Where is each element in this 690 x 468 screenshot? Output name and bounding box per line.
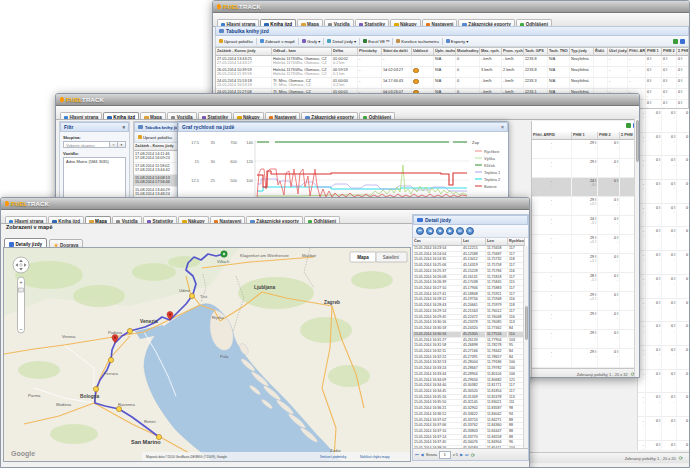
column-header-phm-1[interactable]: PHM 1 (572, 132, 598, 140)
column-header-za-tek-konec-j-zdy[interactable]: Začátek - Konec jízdy (216, 48, 272, 56)
column-header-pr-m-rych-[interactable]: Prům. rych. (502, 48, 524, 56)
table-row[interactable]: --0 l-0 l-0 l- (638, 204, 690, 228)
table-row[interactable]: --29 l-0 l-29 l- (532, 349, 640, 368)
table-row[interactable]: --24 l-4 l0 l-24 l-4 l (532, 178, 640, 197)
table-row[interactable]: 26.05.2014 10:39:5926.05.2014 11:39:58Ho… (216, 67, 688, 78)
waypoint-marker[interactable] (189, 293, 194, 298)
toolbar-exporty-[interactable]: Exporty ▾ (446, 39, 468, 44)
route-playback-button[interactable]: ■ (436, 227, 444, 235)
tab-nastaven-[interactable]: Nastavení (265, 112, 301, 120)
trip-list-item[interactable]: 17.08.2014 14:11:4617.08.2014 16:09:23 (134, 151, 178, 163)
column-header-motohodiny[interactable]: Motohodiny (456, 48, 480, 56)
trip-list-item[interactable]: 17.08.2014 11:58:0217.08.2014 13:44:42 (134, 163, 178, 175)
column-header-p-est-vky[interactable]: Přestávky (358, 48, 382, 56)
last-page-button[interactable]: ⏭ (465, 452, 469, 457)
toolbar-excel-ve-[interactable]: Excel VE™ (363, 39, 389, 44)
table-row[interactable]: --0 l-0 l-0 l- (638, 393, 690, 417)
vertical-scrollbar[interactable] (523, 246, 528, 449)
event-icon[interactable] (413, 79, 419, 85)
column-header--pln-tacho[interactable]: Úpln. tacho (434, 48, 456, 56)
refresh-icon[interactable]: ⟳ (471, 452, 475, 458)
tab-vozidla[interactable]: Vozidla (112, 216, 142, 224)
table-row[interactable]: --24 l-5 l0 l-24 l-5 l (532, 216, 640, 235)
column-header-p-ihl-arfid[interactable]: Přihl. ARFID (628, 48, 646, 56)
tab-hlavn-strana[interactable]: Hlavní strana (60, 112, 103, 120)
tab-z-kaznick-exporty[interactable]: Zákaznické exporty (246, 216, 302, 224)
tab-vozidla[interactable]: Vozidla (167, 112, 197, 120)
column-header-odkud-kam[interactable]: Odkud - kam (272, 48, 332, 56)
table-row[interactable]: 24.05.2014 15:53:1824.05.2014 16:53:18Tř… (216, 78, 688, 89)
vertical-scrollbar[interactable] (634, 118, 639, 377)
table-row[interactable]: --29 l+1 l0 l-29 l+1 l (532, 292, 640, 311)
route-playback-button[interactable]: ⏮ (416, 227, 424, 235)
select-dropdown-button[interactable]: ▾ (118, 141, 126, 148)
route-playback-button[interactable]: ◀ (426, 227, 434, 235)
tab-n-kupy[interactable]: Nákupy (178, 216, 209, 224)
column-header-d-lka[interactable]: Délka (332, 48, 358, 56)
map-canvas[interactable]: VillachKlagenfurt am WörtherseeMariborUd… (3, 247, 411, 462)
waypoint-marker[interactable] (93, 386, 98, 391)
column-header-p-ihl-arfid[interactable]: Přihl. ARFID (532, 132, 572, 140)
column-header-lon[interactable]: Lon (486, 238, 508, 246)
route-playback-button[interactable]: ▶ (446, 227, 454, 235)
table-row[interactable]: --0 l-0 l-0 l- (638, 156, 690, 180)
column-header--as[interactable]: Čas (413, 238, 462, 246)
tab-z-kaznick-exporty[interactable]: Zákaznické exporty (301, 112, 357, 120)
tab-mapa[interactable]: Mapa (140, 112, 166, 120)
table-row[interactable]: --0 l-0 l-0 l- (638, 251, 690, 275)
table-row[interactable]: --28 l-1 l0 l-28 l-1 l (532, 273, 640, 292)
save-icon[interactable] (680, 39, 685, 44)
tab-nastaven-[interactable]: Nastavení (210, 216, 246, 224)
column-header-tach-gps[interactable]: Tach. GPS (524, 48, 548, 56)
waypoint-marker[interactable] (108, 357, 113, 362)
tab-mapa[interactable]: Mapa (85, 216, 111, 224)
column-header--phm[interactable]: Σ PHM (677, 48, 689, 56)
toolbar-upravit-polo-ku[interactable]: Upravit položku (219, 39, 253, 44)
table-row[interactable]: --0 l-0 l-0 l- (638, 299, 690, 323)
group-select[interactable]: Vyberte skupinu × ▾ (63, 141, 126, 148)
refresh-icon[interactable]: ⟳ (679, 455, 683, 461)
titlebar[interactable]: FUELTRACK (213, 1, 689, 13)
next-page-button[interactable]: ▶ (460, 452, 463, 457)
table-row[interactable]: 27.05.2014 13:43:2527.05.2014 14:43:27Ho… (216, 56, 688, 67)
table-row[interactable]: --0 l-0 l-0 l- (638, 370, 690, 394)
titlebar[interactable]: FUELTRACK (56, 94, 639, 106)
trip-list-item[interactable]: 15.08.2014 14:08:1315.08.2014 17:56:46 (134, 175, 178, 187)
column-header-tach-tno[interactable]: Tach. TNO (548, 48, 570, 56)
column-header-phm-2[interactable]: PHM 2 (598, 132, 620, 140)
table-row[interactable]: --29 l+1 l0 l-29 l+1 l (532, 254, 640, 273)
tab-kniha-j-zd[interactable]: Kniha jízd (103, 112, 139, 120)
column-header-max-rych-[interactable]: Max. rych. (480, 48, 502, 56)
table-row[interactable]: --29 l-0 l-29 l- (532, 311, 640, 330)
tab-hlavn-strana[interactable]: Hlavní strana (5, 216, 48, 224)
tab-statistiky[interactable]: Statistiky (143, 216, 177, 224)
table-row[interactable]: --0 l-0 l-0 l- (638, 417, 690, 441)
vehicle-item[interactable]: Adria Matrix (5M4 3035) (66, 159, 123, 164)
table-row[interactable]: --29 l-0 l-29 l- (532, 159, 640, 178)
toolbar-zobrazit-v-map-[interactable]: Zobrazit v mapě (260, 39, 295, 44)
route-playback-button[interactable]: ⏭ (456, 227, 464, 235)
table-row[interactable]: --0 l-0 l-0 l- (638, 227, 690, 251)
column-header-rychlost[interactable]: Rychlost (508, 238, 525, 246)
tab-statistiky[interactable]: Statistiky (198, 112, 232, 120)
tab-kniha-j-zd[interactable]: Kniha jízd (48, 216, 84, 224)
toolbar-grafy-[interactable]: Grafy ▾ (302, 39, 321, 44)
table-row[interactable]: --0 l-0 l-0 l- (638, 322, 690, 346)
table-row[interactable]: --29 l-0 l-29 l- (532, 140, 640, 159)
table-row[interactable]: --29 l+5 l0 l-29 l+5 l (532, 197, 640, 216)
page-input[interactable]: 1 (439, 451, 451, 459)
column-header-lat[interactable]: Lat (462, 238, 486, 246)
excel-export-icon[interactable] (673, 39, 678, 44)
excel-export-icon[interactable] (626, 123, 631, 128)
table-row[interactable]: --29 l-0 l-29 l- (532, 330, 640, 349)
column-header-st-n-do-dal-[interactable]: Stání do další (382, 48, 412, 56)
select-clear-button[interactable]: × (110, 141, 118, 148)
waypoint-marker[interactable] (127, 328, 132, 333)
toolbar-korekce-tachometru[interactable]: Korekce tachometru (396, 39, 438, 44)
prev-page-button[interactable]: ◀ (421, 452, 424, 457)
toolbar-detail-j-zdy-[interactable]: Detail jízdy ▾ (327, 39, 356, 44)
column-header--idi-[interactable]: Řidič (594, 48, 608, 56)
waypoint-marker[interactable] (116, 406, 121, 411)
table-row[interactable]: --0 l-0 l-0 l- (638, 346, 690, 370)
titlebar[interactable]: FUELTRACK (1, 198, 529, 210)
